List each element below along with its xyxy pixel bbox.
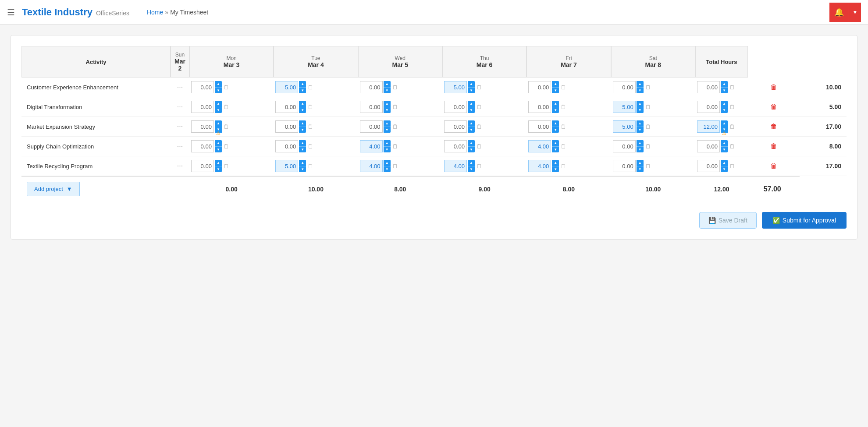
row-0-day-5-note-icon[interactable]: 🗒 xyxy=(645,84,651,91)
row-4-day-5-spin-down[interactable]: ▼ xyxy=(637,166,644,172)
row-0-day-5-input[interactable] xyxy=(613,81,636,93)
row-1-day-6-spin-up[interactable]: ▲ xyxy=(721,101,728,107)
row-2-day-1-spin-down[interactable]: ▼ xyxy=(299,127,306,133)
row-1-day-3-input[interactable] xyxy=(444,101,467,113)
row-2-day-5-note-icon[interactable]: 🗒 xyxy=(645,124,651,130)
row-2-day-6-input[interactable] xyxy=(697,120,720,133)
row-1-day-4-spin-down[interactable]: ▼ xyxy=(552,107,559,113)
row-0-day-3-spin-up[interactable]: ▲ xyxy=(468,81,475,87)
row-3-day-2-input[interactable] xyxy=(360,140,383,152)
row-1-day-6-note-icon[interactable]: 🗒 xyxy=(729,104,735,110)
row-0-delete-icon[interactable]: 🗑 xyxy=(770,83,777,91)
row-4-day-1-spin-up[interactable]: ▲ xyxy=(299,160,306,166)
row-0-day-3-input[interactable] xyxy=(444,81,467,93)
row-3-day-0-spin-down[interactable]: ▼ xyxy=(215,146,222,152)
row-3-day-5-input[interactable] xyxy=(613,140,636,152)
row-3-day-4-spin-up[interactable]: ▲ xyxy=(552,140,559,146)
row-2-day-6-spin-up[interactable]: ▲ xyxy=(721,120,728,127)
row-3-day-4-spin-down[interactable]: ▼ xyxy=(552,146,559,152)
row-2-delete[interactable]: 🗑 xyxy=(748,117,800,137)
row-2-day-2-input[interactable] xyxy=(360,120,383,133)
row-3-day-3-note-icon[interactable]: 🗒 xyxy=(477,143,482,150)
row-1-day-1-note-icon[interactable]: 🗒 xyxy=(308,104,313,110)
row-1-day-4-note-icon[interactable]: 🗒 xyxy=(561,104,566,110)
row-3-day-5-note-icon[interactable]: 🗒 xyxy=(645,143,651,150)
row-3-day-1-input[interactable] xyxy=(275,140,298,152)
row-3-delete[interactable]: 🗑 xyxy=(748,137,800,156)
row-0-day-3-spin-down[interactable]: ▼ xyxy=(468,87,475,93)
row-2-day-6-note-icon[interactable]: 🗒 xyxy=(729,124,735,130)
row-1-day-2-note-icon[interactable]: 🗒 xyxy=(392,104,398,110)
row-3-day-0-spin-up[interactable]: ▲ xyxy=(215,140,222,146)
row-2-day-5-input[interactable] xyxy=(613,120,636,133)
row-4-day-0-spin-up[interactable]: ▲ xyxy=(215,160,222,166)
row-2-day-1-input[interactable] xyxy=(275,120,298,133)
row-0-day-5-spin-down[interactable]: ▼ xyxy=(637,87,644,93)
row-0-day-2-note-icon[interactable]: 🗒 xyxy=(392,84,398,91)
row-0-day-0-note-icon[interactable]: 🗒 xyxy=(224,84,229,91)
row-3-day-1-note-icon[interactable]: 🗒 xyxy=(308,143,313,150)
row-2-day-0-spin-up[interactable]: ▲ xyxy=(215,120,222,127)
row-1-day-6-input[interactable] xyxy=(697,101,720,113)
row-1-day-5-spin-down[interactable]: ▼ xyxy=(637,107,644,113)
menu-icon[interactable]: ☰ xyxy=(7,7,15,18)
row-4-day-5-note-icon[interactable]: 🗒 xyxy=(645,163,651,169)
row-2-day-3-spin-down[interactable]: ▼ xyxy=(468,127,475,133)
row-1-day-1-spin-down[interactable]: ▼ xyxy=(299,107,306,113)
row-3-day-1-spin-up[interactable]: ▲ xyxy=(299,140,306,146)
row-3-dots[interactable]: ··· xyxy=(171,137,189,156)
row-2-day-4-note-icon[interactable]: 🗒 xyxy=(561,124,566,130)
row-4-day-5-input[interactable] xyxy=(613,160,636,172)
row-1-day-0-spin-down[interactable]: ▼ xyxy=(215,107,222,113)
row-4-day-3-spin-up[interactable]: ▲ xyxy=(468,160,475,166)
row-2-day-4-input[interactable] xyxy=(528,120,551,133)
user-dropdown-button[interactable]: ▼ xyxy=(849,3,861,22)
row-2-day-4-spin-up[interactable]: ▲ xyxy=(552,120,559,127)
row-2-day-3-input[interactable] xyxy=(444,120,467,133)
row-2-day-0-note-icon[interactable]: 🗒 xyxy=(224,124,229,130)
row-1-day-5-input[interactable] xyxy=(613,101,636,113)
row-0-day-2-input[interactable] xyxy=(360,81,383,93)
row-3-day-5-spin-up[interactable]: ▲ xyxy=(637,140,644,146)
row-4-day-0-spin-down[interactable]: ▼ xyxy=(215,166,222,172)
row-4-day-2-spin-up[interactable]: ▲ xyxy=(384,160,391,166)
row-2-day-1-note-icon[interactable]: 🗒 xyxy=(308,124,313,130)
row-0-day-1-input[interactable] xyxy=(275,81,298,93)
row-1-day-0-note-icon[interactable]: 🗒 xyxy=(224,104,229,110)
row-0-day-0-input[interactable] xyxy=(191,81,214,93)
row-1-day-1-input[interactable] xyxy=(275,101,298,113)
row-3-day-4-note-icon[interactable]: 🗒 xyxy=(561,143,566,150)
row-1-day-5-note-icon[interactable]: 🗒 xyxy=(645,104,651,110)
row-2-day-5-spin-down[interactable]: ▼ xyxy=(637,127,644,133)
row-0-day-4-spin-down[interactable]: ▼ xyxy=(552,87,559,93)
row-0-day-0-spin-up[interactable]: ▲ xyxy=(215,81,222,87)
row-3-day-2-note-icon[interactable]: 🗒 xyxy=(392,143,398,150)
row-0-day-6-input[interactable] xyxy=(697,81,720,93)
row-1-delete[interactable]: 🗑 xyxy=(748,97,800,117)
row-1-delete-icon[interactable]: 🗑 xyxy=(770,103,777,110)
row-1-day-2-spin-up[interactable]: ▲ xyxy=(384,101,391,107)
bell-button[interactable]: 🔔 xyxy=(829,3,849,22)
row-4-dots[interactable]: ··· xyxy=(171,156,189,176)
row-0-day-4-input[interactable] xyxy=(528,81,551,93)
row-3-day-6-spin-up[interactable]: ▲ xyxy=(721,140,728,146)
row-2-day-3-spin-up[interactable]: ▲ xyxy=(468,120,475,127)
row-0-delete[interactable]: 🗑 xyxy=(748,78,800,97)
row-0-day-6-note-icon[interactable]: 🗒 xyxy=(729,84,735,91)
row-0-day-0-spin-down[interactable]: ▼ xyxy=(215,87,222,93)
nav-home[interactable]: Home xyxy=(147,9,163,16)
row-4-day-3-input[interactable] xyxy=(444,160,467,172)
add-project-button[interactable]: Add project ▼ xyxy=(27,182,80,196)
row-3-day-3-input[interactable] xyxy=(444,140,467,152)
save-draft-button[interactable]: 💾 Save Draft xyxy=(699,212,757,229)
row-4-day-0-input[interactable] xyxy=(191,160,214,172)
row-3-delete-icon[interactable]: 🗑 xyxy=(770,142,777,150)
row-2-day-0-input[interactable] xyxy=(191,120,214,133)
row-1-day-0-spin-up[interactable]: ▲ xyxy=(215,101,222,107)
row-1-day-3-spin-down[interactable]: ▼ xyxy=(468,107,475,113)
row-2-day-5-spin-up[interactable]: ▲ xyxy=(637,120,644,127)
row-2-day-1-spin-up[interactable]: ▲ xyxy=(299,120,306,127)
row-2-delete-icon[interactable]: 🗑 xyxy=(770,123,777,130)
row-1-day-4-spin-up[interactable]: ▲ xyxy=(552,101,559,107)
row-0-dots[interactable]: ··· xyxy=(171,78,189,97)
